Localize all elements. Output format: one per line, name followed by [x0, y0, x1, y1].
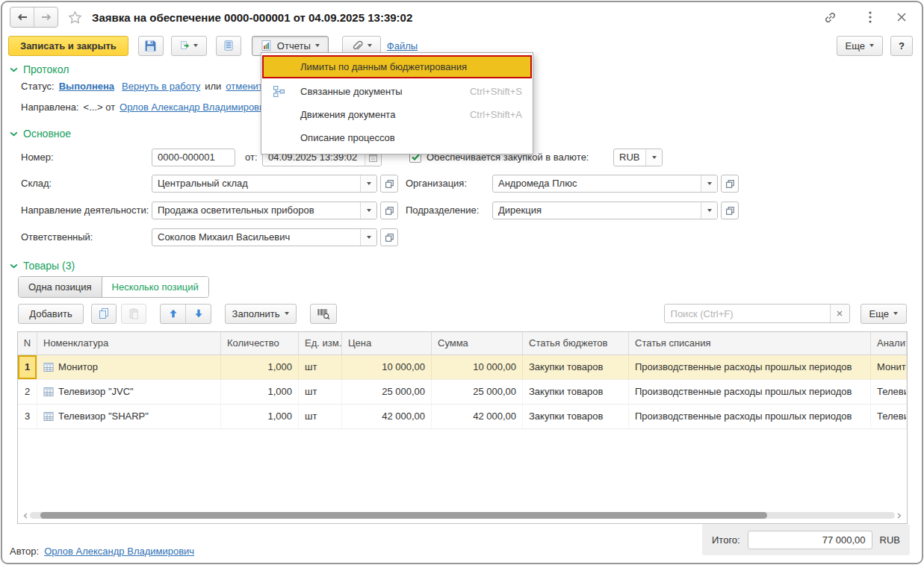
warehouse-combo[interactable]: Центральный склад: [152, 175, 377, 193]
search-box: [664, 304, 850, 323]
move-row-up-button[interactable]: [161, 305, 185, 323]
more-button-top[interactable]: Еще: [837, 36, 883, 56]
favorite-star-icon[interactable]: [67, 10, 83, 25]
close-icon[interactable]: [893, 9, 910, 25]
sent-author-link[interactable]: Орлов Александр Владимирович: [120, 102, 270, 113]
return-to-work-link[interactable]: Вернуть в работу: [122, 81, 200, 92]
dropdown-caret-icon: [285, 312, 289, 315]
department-combo[interactable]: Дирекция: [492, 202, 718, 219]
table-row[interactable]: 2 Телевизор "JVC" 1,000 шт 25 000,00 25 …: [18, 380, 907, 405]
forward-button[interactable]: [34, 7, 58, 27]
open-form-icon: [385, 179, 394, 189]
row-number-cell[interactable]: 1: [18, 355, 37, 379]
total-field: 77 000,00: [748, 531, 872, 549]
fill-button[interactable]: Заполнить: [225, 304, 297, 324]
save-and-close-button[interactable]: Записать и закрыть: [8, 36, 128, 56]
col-header-n[interactable]: N: [18, 332, 37, 355]
paste-row-button[interactable]: [121, 304, 146, 324]
org-combo[interactable]: Андромеда Плюс: [492, 175, 718, 193]
org-open-button[interactable]: [721, 175, 739, 193]
goods-more-button[interactable]: Еще: [861, 304, 907, 324]
dropdown-caret-icon[interactable]: [701, 202, 717, 219]
dropdown-caret-icon[interactable]: [360, 202, 376, 219]
goods-section-header[interactable]: Товары (3): [10, 260, 75, 272]
search-clear-icon[interactable]: [830, 305, 849, 322]
currency-value: RUB: [614, 149, 645, 166]
save-button[interactable]: [138, 36, 164, 56]
col-header-unit[interactable]: Ед. изм.: [299, 332, 342, 355]
scrollbar-thumb[interactable]: [40, 512, 767, 519]
scrollbar-track[interactable]: [30, 512, 895, 519]
sent-value: <...> от: [84, 102, 116, 113]
row-number-cell[interactable]: 2: [18, 380, 37, 404]
responsible-open-button[interactable]: [380, 228, 398, 246]
dropdown-caret-icon[interactable]: [360, 175, 376, 192]
activity-open-button[interactable]: [380, 202, 398, 219]
col-header-analytics[interactable]: Аналитика: [871, 332, 907, 355]
activity-value: Продажа осветительных приборов: [152, 202, 360, 219]
main-section-title: Основное: [23, 128, 71, 140]
department-open-button[interactable]: [721, 202, 739, 219]
activity-combo[interactable]: Продажа осветительных приборов: [152, 202, 377, 219]
col-header-quantity[interactable]: Количество: [221, 332, 299, 355]
warehouse-open-button[interactable]: [380, 175, 398, 193]
table-row[interactable]: 3 Телевизор "SHARP" 1,000 шт 42 000,00 4…: [18, 405, 907, 429]
warehouse-value: Центральный склад: [152, 175, 360, 192]
dropdown-caret-icon[interactable]: [701, 175, 717, 192]
chevron-down-icon: [10, 67, 18, 72]
tab-one-position[interactable]: Одна позиция: [19, 277, 102, 297]
currency-combo[interactable]: RUB: [613, 149, 663, 166]
number-field[interactable]: 0000-000001: [152, 149, 235, 166]
scroll-left-arrow[interactable]: [21, 511, 30, 520]
more-menu-icon[interactable]: [862, 9, 878, 25]
menu-item-process-description[interactable]: Описание процессов: [261, 126, 533, 149]
files-link[interactable]: Файлы: [387, 40, 418, 51]
quantity-cell: 1,000: [221, 405, 299, 428]
row-number-cell[interactable]: 3: [18, 405, 37, 428]
dropdown-caret-icon[interactable]: [645, 149, 662, 166]
tab-many-positions[interactable]: Несколько позиций: [102, 277, 208, 297]
responsible-combo[interactable]: Соколов Михаил Васильевич: [152, 228, 377, 246]
menu-item-document-movements[interactable]: Движения документа Ctrl+Shift+A: [261, 103, 533, 126]
goods-section-title: Товары (3): [23, 260, 75, 272]
copy-row-button[interactable]: [91, 304, 117, 324]
get-link-icon[interactable]: [822, 9, 838, 25]
position-mode-tabs: Одна позиция Несколько позиций: [18, 276, 209, 298]
dropdown-caret-icon[interactable]: [360, 229, 376, 246]
window-title: Заявка на обеспечение 0000-000001 от 04.…: [92, 11, 412, 24]
reports-button-label: Отчеты: [277, 40, 311, 51]
search-input[interactable]: [665, 305, 830, 322]
menu-item-linked-documents[interactable]: Связанные документы Ctrl+Shift+S: [261, 80, 533, 103]
open-form-icon: [385, 233, 394, 243]
register-records-button[interactable]: [216, 36, 241, 56]
nomenclature-cell: Монитор: [37, 355, 221, 379]
responsible-value: Соколов Михаил Васильевич: [152, 229, 360, 246]
author-label: Автор:: [10, 546, 39, 557]
col-header-writeoff-item[interactable]: Статья списания: [629, 332, 871, 355]
col-header-sum[interactable]: Сумма: [432, 332, 523, 355]
add-row-button[interactable]: Добавить: [18, 304, 84, 324]
col-header-nomenclature[interactable]: Номенклатура: [37, 332, 221, 355]
status-value-link[interactable]: Выполнена: [59, 81, 114, 92]
table-row[interactable]: 1 Монитор 1,000 шт 10 000,00 10 000,00 З…: [18, 355, 907, 380]
barcode-scan-button[interactable]: [310, 304, 337, 324]
dropdown-caret-icon: [893, 312, 898, 315]
price-cell: 25 000,00: [342, 380, 432, 404]
back-button[interactable]: [10, 7, 34, 27]
main-section-header[interactable]: Основное: [10, 128, 71, 140]
nomenclature-icon: [43, 411, 54, 422]
col-header-budget-item[interactable]: Статья бюджетов: [523, 332, 629, 355]
col-header-price[interactable]: Цена: [342, 332, 432, 355]
create-based-on-button[interactable]: [171, 36, 207, 56]
move-row-down-button[interactable]: [185, 305, 211, 323]
arrow-left-icon: [16, 13, 28, 22]
scroll-right-arrow[interactable]: [895, 511, 904, 520]
table-header-row: N Номенклатура Количество Ед. изм. Цена …: [18, 332, 907, 355]
author-link[interactable]: Орлов Александр Владимирович: [44, 546, 194, 557]
menu-item-budget-limits[interactable]: Лимиты по данным бюджетирования: [262, 55, 532, 78]
help-button[interactable]: ?: [890, 36, 913, 56]
horizontal-scrollbar: [21, 511, 904, 520]
budget-item-cell: Закупки товаров: [523, 405, 629, 428]
or-text: или: [205, 81, 221, 92]
protocol-section-header[interactable]: Протокол: [10, 63, 69, 75]
